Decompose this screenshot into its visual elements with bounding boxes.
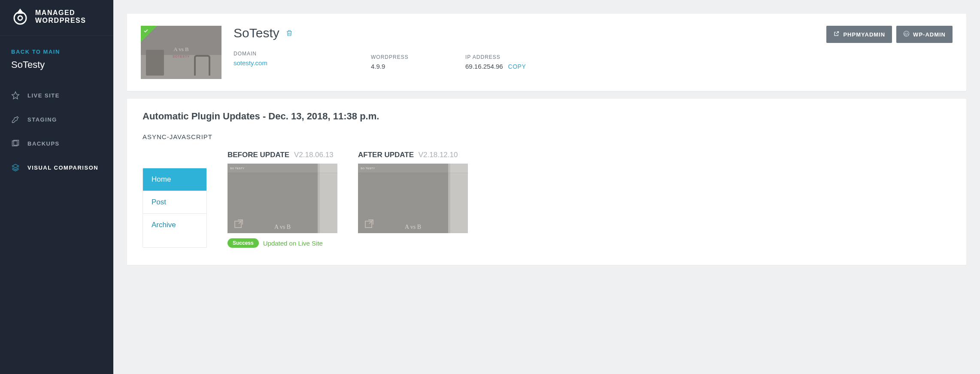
before-label: BEFORE UPDATE V2.18.06.13 xyxy=(228,151,337,159)
star-icon xyxy=(11,91,20,100)
wp-admin-label: WP-ADMIN xyxy=(913,31,946,38)
header-title-block: SoTesty DOMAIN sotesty.com xyxy=(234,26,371,67)
wordpress-version: 4.9.9 xyxy=(371,63,465,70)
status-row: Success Updated on Live Site xyxy=(228,238,337,248)
sidebar-item-staging[interactable]: STAGING xyxy=(0,107,113,131)
tab-home[interactable]: Home xyxy=(143,168,206,191)
domain-label: DOMAIN xyxy=(234,51,371,57)
after-tag: SO TESTY xyxy=(361,167,375,170)
copy-ip-button[interactable]: COPY xyxy=(508,63,526,70)
sidebar-item-label: STAGING xyxy=(27,116,57,123)
sidebar-item-live-site[interactable]: LIVE SITE xyxy=(0,83,113,107)
update-title: Automatic Plugin Updates - Dec. 13, 2018… xyxy=(143,111,951,122)
svg-point-1 xyxy=(18,16,22,20)
before-caption: A vs B xyxy=(274,224,291,231)
layers-icon xyxy=(11,163,20,172)
site-header-card: A vs B SOTESTY SoTesty DOMAIN sotesty.co… xyxy=(127,14,966,91)
plugin-name: ASYNC-JAVASCRIPT xyxy=(143,133,951,140)
check-icon xyxy=(143,28,149,35)
main-content: A vs B SOTESTY SoTesty DOMAIN sotesty.co… xyxy=(113,0,980,374)
before-column: BEFORE UPDATE V2.18.06.13 SO TESTY A vs … xyxy=(228,151,337,248)
sidebar-item-label: LIVE SITE xyxy=(27,92,60,99)
back-to-main-link[interactable]: BACK TO MAIN xyxy=(0,36,113,58)
after-column: AFTER UPDATE V2.18.12.10 SO TESTY A vs B xyxy=(358,151,468,248)
ip-meta: IP ADDRESS 69.16.254.96 COPY xyxy=(465,26,526,70)
ip-label: IP ADDRESS xyxy=(465,54,526,60)
wrench-icon xyxy=(11,115,20,124)
sidebar-item-label: BACKUPS xyxy=(27,140,60,147)
ip-value: 69.16.254.96 xyxy=(465,63,503,70)
before-label-text: BEFORE UPDATE xyxy=(228,151,289,159)
domain-link[interactable]: sotesty.com xyxy=(234,59,371,67)
brand-text: MANAGED WORDPRESS xyxy=(35,9,86,25)
wordpress-label: WORDPRESS xyxy=(371,54,465,60)
brand-logo-icon xyxy=(11,8,29,26)
sidebar-site-name: SoTesty xyxy=(0,58,113,83)
external-link-icon xyxy=(833,30,840,38)
comparison-card: Automatic Plugin Updates - Dec. 13, 2018… xyxy=(127,99,966,265)
phpmyadmin-button[interactable]: PHPMYADMIN xyxy=(826,26,892,43)
before-version: V2.18.06.13 xyxy=(294,151,334,159)
after-version: V2.18.12.10 xyxy=(419,151,458,159)
after-screenshot[interactable]: SO TESTY A vs B xyxy=(358,164,468,233)
tab-post[interactable]: Post xyxy=(143,191,206,214)
before-tag: SO TESTY xyxy=(230,167,245,170)
sidebar: MANAGED WORDPRESS BACK TO MAIN SoTesty L… xyxy=(0,0,113,374)
sidebar-nav: LIVE SITE STAGING BACKUPS VISUAL COMPARI… xyxy=(0,83,113,179)
after-caption: A vs B xyxy=(405,224,421,231)
wordpress-meta: WORDPRESS 4.9.9 xyxy=(371,26,465,70)
phpmyadmin-label: PHPMYADMIN xyxy=(843,31,885,38)
status-badge: Success xyxy=(228,238,259,248)
wordpress-icon xyxy=(903,30,910,38)
brand-line2: WORDPRESS xyxy=(35,17,86,24)
open-external-icon xyxy=(364,219,374,229)
before-screenshot[interactable]: SO TESTY A vs B xyxy=(228,164,337,233)
site-title: SoTesty xyxy=(234,26,279,40)
thumb-overlay-a: A vs B xyxy=(173,46,188,53)
open-external-icon xyxy=(234,219,244,229)
sidebar-item-backups[interactable]: BACKUPS xyxy=(0,131,113,155)
backups-icon xyxy=(11,139,20,148)
thumb-overlay-b: SOTESTY xyxy=(173,55,190,58)
site-thumbnail[interactable]: A vs B SOTESTY xyxy=(141,26,221,79)
sidebar-item-visual-comparison[interactable]: VISUAL COMPARISON xyxy=(0,155,113,179)
status-text: Updated on Live Site xyxy=(263,240,323,247)
wp-admin-button[interactable]: WP-ADMIN xyxy=(896,26,953,43)
tab-archive[interactable]: Archive xyxy=(143,214,206,236)
trash-icon[interactable] xyxy=(285,29,293,37)
brand-line1: MANAGED xyxy=(35,9,86,17)
sidebar-item-label: VISUAL COMPARISON xyxy=(27,164,98,171)
brand: MANAGED WORDPRESS xyxy=(0,0,113,36)
page-tabs: Home Post Archive xyxy=(143,168,207,248)
after-label-text: AFTER UPDATE xyxy=(358,151,414,159)
header-actions: PHPMYADMIN WP-ADMIN xyxy=(826,26,953,43)
after-label: AFTER UPDATE V2.18.12.10 xyxy=(358,151,468,159)
